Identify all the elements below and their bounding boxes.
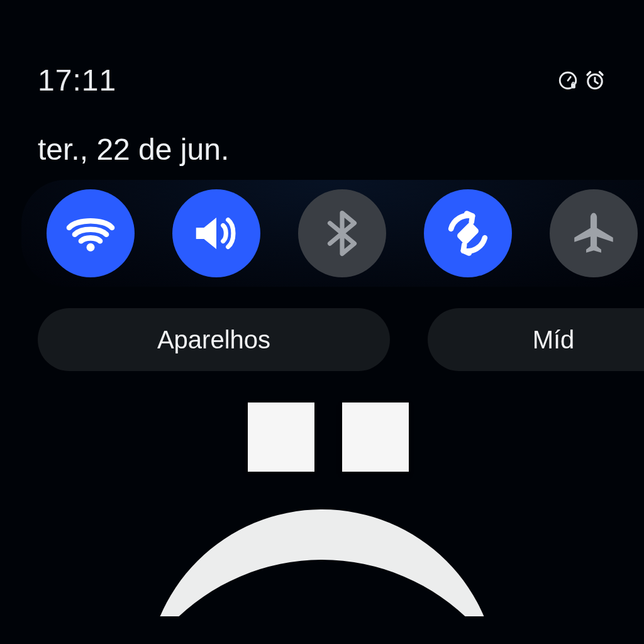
airplane-icon bbox=[568, 208, 619, 259]
bluetooth-icon bbox=[318, 209, 367, 258]
alarm-icon bbox=[584, 69, 606, 92]
devices-button[interactable]: Aparelhos bbox=[38, 308, 390, 371]
devices-label: Aparelhos bbox=[157, 326, 270, 354]
airplane-mode-toggle[interactable] bbox=[550, 189, 638, 277]
volume-icon bbox=[189, 206, 243, 260]
media-button[interactable]: Míd bbox=[428, 308, 644, 371]
status-bar: 17:11 bbox=[0, 63, 644, 97]
control-pill-row: Aparelhos Míd bbox=[38, 308, 644, 371]
sad-face-eye-right bbox=[342, 402, 409, 472]
svg-point-5 bbox=[87, 243, 95, 252]
status-time: 17:11 bbox=[38, 63, 116, 97]
date-label: ter., 22 de jun. bbox=[38, 132, 229, 167]
sad-face-mouth bbox=[146, 509, 498, 644]
quick-settings-panel bbox=[21, 180, 644, 287]
sad-face-eyes bbox=[248, 402, 409, 472]
bluetooth-toggle[interactable] bbox=[298, 189, 386, 277]
wifi-toggle[interactable] bbox=[47, 189, 135, 277]
svg-rect-6 bbox=[456, 221, 480, 245]
wifi-icon bbox=[64, 206, 118, 260]
auto-rotate-toggle[interactable] bbox=[424, 189, 512, 277]
media-label: Míd bbox=[533, 326, 575, 354]
sad-face-graphic bbox=[0, 402, 644, 644]
auto-rotate-icon bbox=[441, 206, 495, 260]
speedometer-icon bbox=[557, 70, 579, 91]
sound-toggle[interactable] bbox=[172, 189, 260, 277]
sad-face-eye-left bbox=[248, 402, 314, 472]
status-right-icons bbox=[557, 69, 606, 92]
